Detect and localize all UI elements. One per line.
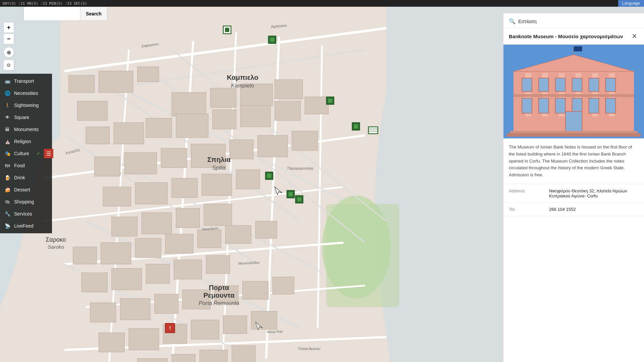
sidebar-item-dessert[interactable]: 🍰 Dessert: [0, 184, 52, 196]
svg-rect-139: [522, 98, 532, 113]
sidebar-item-drink[interactable]: 🍺 Drink: [0, 172, 52, 184]
sidebar-item-square[interactable]: 👁 Square: [0, 111, 52, 123]
svg-rect-145: [566, 112, 582, 132]
svg-rect-87: [225, 28, 229, 32]
location-button[interactable]: ⊙: [3, 60, 14, 70]
svg-rect-138: [605, 78, 615, 92]
sidebar-item-shopping[interactable]: 🛍 Shopping: [0, 196, 52, 208]
svg-rect-93: [354, 124, 358, 129]
sidebar-label-culture: Culture: [14, 151, 49, 156]
sidebar-label-livefeed: LiveFeed: [14, 223, 49, 229]
svg-text:Porta Remounta: Porta Remounta: [199, 300, 239, 306]
culture-checkmark: ✓: [37, 151, 40, 156]
map-container[interactable]: ! Καμπιελο Kampielo Σπηλια Spilia Σαροκο…: [0, 7, 644, 362]
sidebar-item-livefeed[interactable]: 📡 LiveFeed: [0, 220, 52, 232]
transport-icon: 🚌: [3, 77, 11, 85]
svg-rect-38: [275, 101, 301, 121]
sidebar-item-sightseeing[interactable]: 🚶 Sightseeing: [0, 99, 52, 111]
svg-rect-140: [539, 98, 549, 113]
compass-button[interactable]: ⊕: [3, 47, 14, 58]
shopping-icon: 🛍: [3, 198, 11, 206]
search-bar: Search: [23, 7, 107, 21]
svg-rect-57: [101, 243, 131, 264]
sidebar: 🚌 Transport 🌐 Necessities 🚶 Sightseeing …: [0, 74, 52, 233]
necessities-icon: 🌐: [3, 89, 11, 97]
svg-rect-97: [288, 192, 293, 196]
svg-rect-2: [326, 204, 399, 307]
svg-rect-46: [292, 131, 318, 150]
svg-rect-95: [267, 174, 271, 178]
svg-rect-143: [589, 98, 599, 113]
panel-title-bar: Banknote Museum - Μουσείο χαρτονομισμάτω…: [503, 28, 644, 45]
svg-rect-100: [368, 127, 378, 133]
svg-text:Σπηλια: Σπηλια: [207, 156, 231, 163]
svg-rect-67: [206, 255, 229, 274]
svg-rect-150: [514, 94, 634, 97]
svg-rect-26: [138, 67, 159, 82]
sidebar-item-religion[interactable]: ⛪ Religion: [0, 135, 52, 147]
sidebar-item-services[interactable]: 🔧 Services: [0, 208, 52, 220]
detail-panel: 🔍 Εστίαση Banknote Museum - Μουσείο χαρτ…: [503, 13, 644, 362]
svg-rect-73: [243, 281, 268, 299]
svg-rect-134: [539, 78, 549, 92]
svg-rect-55: [204, 204, 232, 226]
tel-value: 266 104 1552: [549, 207, 639, 212]
svg-rect-59: [165, 234, 193, 253]
panel-details: Address Νικηφόρου Θεοτόκη 32, πλατεία Ηρ…: [503, 184, 644, 216]
panel-title: Banknote Museum - Μουσείο χαρτονομισμάτω…: [509, 34, 630, 39]
svg-text:Σαροκο: Σαροκο: [46, 236, 66, 243]
sidebar-item-necessities[interactable]: 🌐 Necessities: [0, 87, 52, 99]
sightseeing-icon: 🚶: [3, 101, 11, 109]
svg-rect-27: [77, 101, 107, 121]
svg-rect-149: [574, 46, 582, 51]
svg-rect-142: [572, 98, 582, 113]
zoom-in-button[interactable]: +: [3, 22, 14, 33]
svg-rect-91: [328, 99, 332, 103]
sidebar-label-transport: Transport: [14, 78, 49, 84]
svg-rect-58: [135, 238, 161, 258]
sidebar-label-services: Services: [14, 211, 49, 217]
sidebar-item-transport[interactable]: 🚌 Transport: [0, 75, 52, 87]
zoom-out-button[interactable]: −: [3, 34, 14, 44]
svg-rect-85: [232, 346, 255, 362]
svg-rect-82: [138, 359, 168, 362]
food-icon: 🍽: [3, 162, 11, 170]
religion-icon: ⛪: [3, 137, 11, 145]
sidebar-item-food[interactable]: 🍽 Food: [0, 160, 52, 172]
panel-close-button[interactable]: ✕: [630, 32, 639, 40]
svg-rect-61: [225, 226, 251, 244]
svg-rect-28: [172, 93, 206, 116]
svg-rect-136: [572, 78, 582, 92]
svg-rect-99: [297, 197, 302, 201]
svg-rect-42: [161, 148, 187, 168]
sidebar-item-culture[interactable]: 🎭 Culture ✓ ☰: [0, 147, 52, 160]
culture-icon: 🎭: [3, 149, 11, 158]
tel-label: Tel:: [509, 207, 549, 212]
sidebar-label-religion: Religion: [14, 139, 49, 144]
search-input[interactable]: [23, 7, 80, 21]
svg-rect-40: [95, 157, 120, 176]
svg-rect-66: [174, 260, 202, 279]
svg-text:Spilia: Spilia: [212, 165, 226, 171]
svg-rect-34: [146, 118, 172, 138]
svg-rect-39: [305, 97, 328, 114]
detail-row-address: Address Νικηφόρου Θεοτόκη 32, πλατεία Ηρ…: [503, 184, 644, 203]
svg-rect-35: [176, 114, 208, 137]
sidebar-label-sightseeing: Sightseeing: [14, 103, 49, 108]
svg-rect-147: [507, 133, 641, 137]
search-button[interactable]: Search: [80, 7, 107, 21]
svg-rect-68: [90, 303, 116, 322]
sidebar-item-monuments[interactable]: 🏛 Monuments: [0, 123, 52, 135]
svg-rect-45: [258, 135, 288, 157]
panel-museum-image: [503, 45, 644, 138]
svg-text:Kampielo: Kampielo: [231, 82, 254, 89]
svg-rect-133: [522, 78, 532, 92]
svg-rect-135: [555, 78, 566, 92]
hamburger-menu-button[interactable]: ☰: [44, 149, 53, 158]
language-button[interactable]: Language: [618, 0, 644, 7]
svg-rect-48: [135, 183, 167, 204]
sidebar-label-shopping: Shopping: [14, 199, 49, 204]
svg-rect-56: [73, 247, 97, 264]
svg-rect-25: [99, 71, 133, 93]
svg-rect-64: [112, 268, 142, 290]
